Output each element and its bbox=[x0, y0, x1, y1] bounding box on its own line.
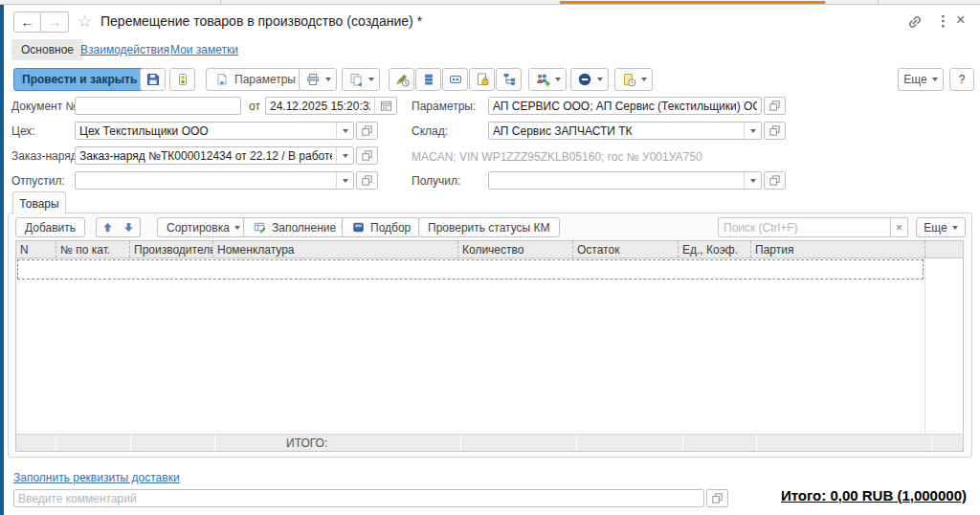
add-row-button[interactable]: Добавить bbox=[15, 217, 85, 237]
change-history-button[interactable] bbox=[389, 68, 414, 91]
sort-button[interactable]: Сортировка bbox=[157, 217, 250, 237]
table-empty-row[interactable] bbox=[17, 259, 924, 280]
card-button[interactable] bbox=[442, 68, 468, 91]
doc-number-input[interactable] bbox=[76, 98, 240, 114]
check-km-label: Проверить статусы КМ bbox=[428, 221, 550, 235]
check-km-statuses-button[interactable]: Проверить статусы КМ bbox=[418, 217, 560, 237]
search-clear-button[interactable]: × bbox=[891, 217, 908, 237]
work-order-open-button[interactable] bbox=[356, 146, 378, 165]
released-by-input[interactable] bbox=[76, 172, 336, 189]
footer-total-label: ИТОГО: bbox=[286, 437, 327, 450]
get-link-button[interactable] bbox=[907, 14, 923, 33]
restriction-button[interactable] bbox=[570, 68, 609, 91]
fill-delivery-details-label: Заполнить реквизиты доставки bbox=[13, 471, 180, 484]
lock-document-button[interactable] bbox=[469, 68, 495, 91]
tab-main-label: Основное bbox=[21, 43, 74, 56]
open-form-icon bbox=[711, 492, 724, 504]
post-button[interactable] bbox=[169, 68, 195, 91]
comment-open-button[interactable] bbox=[706, 489, 728, 507]
back-button[interactable]: ← bbox=[13, 11, 41, 33]
open-form-icon bbox=[768, 174, 781, 187]
open-form-icon bbox=[361, 149, 373, 162]
post-document-icon bbox=[175, 72, 190, 87]
tab-my-notes-label: Мои заметки bbox=[170, 43, 238, 56]
tab-goods[interactable]: Товары bbox=[12, 191, 66, 214]
goods-search: × bbox=[718, 217, 908, 237]
search-input[interactable] bbox=[718, 217, 891, 237]
tree-view-button[interactable] bbox=[496, 68, 522, 91]
more-button[interactable]: Еще bbox=[898, 68, 944, 91]
tab-separator bbox=[220, 0, 221, 5]
structure-button[interactable] bbox=[415, 68, 441, 91]
favorite-star-icon[interactable]: ☆ bbox=[78, 11, 92, 32]
dropdown-caret-icon bbox=[750, 129, 756, 133]
move-row-down-button[interactable] bbox=[118, 217, 141, 237]
work-order-input[interactable] bbox=[76, 147, 336, 164]
page-title: Перемещение товаров в производство (созд… bbox=[100, 13, 422, 29]
forward-icon: → bbox=[48, 14, 61, 30]
tab-interactions[interactable]: Взаимодействия bbox=[80, 43, 169, 56]
help-button[interactable]: ? bbox=[949, 68, 974, 91]
warehouse-open-button[interactable] bbox=[764, 122, 786, 140]
date-input[interactable] bbox=[266, 98, 374, 114]
released-by-field bbox=[75, 171, 354, 190]
shop-label: Цех: bbox=[11, 124, 35, 138]
close-button[interactable]: × bbox=[956, 11, 965, 29]
move-row-up-button[interactable] bbox=[96, 217, 119, 237]
document-total-link[interactable]: Итого: 0,00 RUB (1,000000) bbox=[781, 487, 967, 504]
browser-tabs-strip bbox=[0, 0, 980, 5]
warehouse-input[interactable] bbox=[489, 123, 744, 139]
column-header-quantity: Количество bbox=[457, 241, 572, 258]
note-clock-icon bbox=[621, 72, 636, 87]
forward-button[interactable]: → bbox=[41, 11, 69, 33]
calendar-icon bbox=[380, 100, 392, 112]
footer-cell bbox=[577, 435, 682, 451]
parameters-field bbox=[488, 97, 762, 115]
shop-open-button[interactable] bbox=[356, 122, 378, 140]
document-total-label: Итого: 0,00 RUB (1,000000) bbox=[781, 487, 967, 504]
tab-my-notes[interactable]: Мои заметки bbox=[170, 43, 238, 56]
window-menu-button[interactable]: ⋮ bbox=[936, 12, 950, 30]
link-icon bbox=[907, 14, 923, 30]
back-icon: ← bbox=[21, 14, 34, 30]
comment-field bbox=[13, 489, 704, 507]
add-users-icon bbox=[535, 72, 550, 87]
window-accent-stripe bbox=[0, 5, 4, 515]
shop-dropdown-button[interactable] bbox=[336, 123, 353, 139]
comment-input[interactable] bbox=[14, 490, 703, 506]
copy-button[interactable] bbox=[342, 68, 380, 91]
work-order-label: Заказ-наряд: bbox=[11, 149, 80, 163]
received-by-open-button[interactable] bbox=[764, 171, 786, 190]
received-by-input[interactable] bbox=[489, 172, 744, 189]
add-participants-button[interactable] bbox=[528, 68, 567, 91]
tab-main[interactable]: Основное bbox=[11, 39, 83, 60]
save-button[interactable] bbox=[140, 68, 166, 91]
goods-more-button[interactable]: Еще bbox=[916, 217, 966, 237]
warehouse-dropdown-button[interactable] bbox=[744, 123, 761, 139]
footer-total-cell: ИТОГО: bbox=[215, 435, 460, 451]
column-header-remainder: Остаток bbox=[572, 241, 678, 258]
fill-button[interactable]: Заполнение bbox=[243, 217, 356, 237]
pick-button[interactable]: Подбор bbox=[342, 217, 420, 237]
fill-delivery-details-link[interactable]: Заполнить реквизиты доставки bbox=[13, 471, 180, 484]
post-and-close-button[interactable]: Провести и закрыть bbox=[13, 68, 145, 91]
vehicle-info-text: MACAN; VIN WP1ZZZ95ZKLB05160; гос № У001… bbox=[412, 150, 702, 164]
received-by-dropdown-button[interactable] bbox=[744, 172, 761, 189]
released-by-open-button[interactable] bbox=[356, 171, 378, 190]
dropdown-caret-icon bbox=[343, 129, 348, 133]
work-order-dropdown-button[interactable] bbox=[336, 147, 353, 164]
footer-cell bbox=[56, 435, 130, 451]
dropdown-caret-icon bbox=[325, 78, 331, 81]
parameters-input[interactable] bbox=[489, 98, 761, 114]
print-icon bbox=[305, 72, 321, 87]
parameters-button[interactable]: Параметры bbox=[206, 68, 304, 91]
reminder-button[interactable] bbox=[614, 68, 653, 91]
calendar-button[interactable] bbox=[374, 98, 396, 114]
dropdown-caret-icon bbox=[234, 226, 240, 230]
parameters-open-button[interactable] bbox=[764, 97, 786, 115]
doc-number-field bbox=[75, 97, 241, 115]
print-button[interactable] bbox=[299, 68, 337, 91]
released-by-dropdown-button[interactable] bbox=[336, 172, 353, 189]
copy-icon bbox=[348, 72, 364, 87]
shop-input[interactable] bbox=[76, 123, 336, 139]
